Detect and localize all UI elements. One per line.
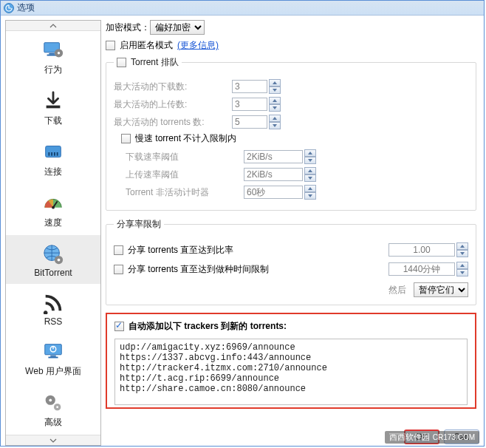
monitor-power-icon xyxy=(6,340,100,364)
svg-point-4 xyxy=(58,52,60,54)
sidebar-item-label: 速度 xyxy=(6,217,100,229)
monitor-gear-icon xyxy=(6,38,100,62)
svg-rect-6 xyxy=(46,146,61,157)
max-active-downloads-label: 最大活动的下载数: xyxy=(114,81,232,93)
spin-up-icon[interactable] xyxy=(304,185,316,192)
sidebar-item-label: Web 用户界面 xyxy=(6,365,100,378)
sidebar-item-downloads[interactable]: 下载 xyxy=(6,82,100,133)
encryption-label: 加密模式： xyxy=(106,21,150,34)
sidebar-scroll-down[interactable] xyxy=(6,435,100,445)
anonymous-more-info-link[interactable]: (更多信息) xyxy=(177,39,219,52)
sidebar-item-label: 连接 xyxy=(6,166,100,178)
max-active-uploads-input[interactable] xyxy=(232,98,267,111)
share-action-select[interactable]: 暂停它们删除它们 xyxy=(414,282,468,297)
watermark: 西西软件园 CR173.COM xyxy=(385,431,479,444)
app-logo-icon xyxy=(4,3,14,13)
titlebar: 选项 xyxy=(1,1,484,16)
spin-down-icon[interactable] xyxy=(456,269,468,276)
anonymous-mode-label: 启用匿名模式 xyxy=(120,39,173,52)
sidebar-item-behavior[interactable]: 行为 xyxy=(6,31,100,82)
spin-up-icon[interactable] xyxy=(456,242,468,250)
ul-threshold-spinner[interactable] xyxy=(244,167,316,182)
rss-icon xyxy=(6,291,100,315)
sidebar-item-label: BitTorrent xyxy=(6,268,100,278)
spin-down-icon[interactable] xyxy=(304,174,316,182)
auto-trackers-checkbox[interactable] xyxy=(114,322,124,331)
slow-excluded-checkbox[interactable] xyxy=(121,134,131,143)
auto-trackers-textarea[interactable] xyxy=(114,339,468,405)
dl-threshold-label: 下载速率阈值 xyxy=(126,151,244,163)
spin-down-icon[interactable] xyxy=(456,250,468,257)
spin-up-icon[interactable] xyxy=(269,97,281,104)
share-time-label: 分享 torrents 直至达到做种时间限制 xyxy=(128,264,269,274)
auto-trackers-box: 自动添加以下 trackers 到新的 torrents: xyxy=(106,313,476,409)
ul-threshold-input[interactable] xyxy=(244,168,303,181)
dl-threshold-input[interactable] xyxy=(244,150,303,163)
sidebar-item-speed[interactable]: 速度 xyxy=(6,184,100,235)
watermark-url: CR173.COM xyxy=(433,433,475,441)
sidebar-item-label: 行为 xyxy=(6,64,100,76)
sidebar-item-bittorrent[interactable]: BitTorrent xyxy=(6,235,100,284)
inactivity-timer-spinner[interactable] xyxy=(244,185,316,200)
queueing-enable-checkbox[interactable] xyxy=(117,58,126,67)
gears-icon xyxy=(6,391,100,415)
share-ratio-spinner[interactable] xyxy=(389,242,468,257)
sidebar-item-label: 高级 xyxy=(6,416,100,429)
svg-rect-5 xyxy=(47,106,61,109)
spin-up-icon[interactable] xyxy=(304,149,316,157)
then-label: 然后 xyxy=(389,284,406,296)
encryption-mode-select[interactable]: 偏好加密强制加密禁用加密 xyxy=(150,20,205,35)
dl-threshold-spinner[interactable] xyxy=(244,149,316,164)
max-active-torrents-input[interactable] xyxy=(232,115,267,129)
share-ratio-checkbox[interactable] xyxy=(114,245,123,255)
spin-up-icon[interactable] xyxy=(304,167,316,174)
share-ratio-input[interactable] xyxy=(389,243,455,257)
anonymous-mode-checkbox[interactable] xyxy=(106,41,115,50)
spin-down-icon[interactable] xyxy=(269,86,281,94)
sidebar-item-label: 下载 xyxy=(6,115,100,127)
sidebar-item-label: RSS xyxy=(6,316,100,327)
spin-up-icon[interactable] xyxy=(269,79,281,86)
queueing-fieldset: Torrent 排队 最大活动的下载数: 最大活动的上传数: 最大活动的 tor… xyxy=(106,56,476,211)
svg-rect-20 xyxy=(48,357,58,359)
spin-up-icon[interactable] xyxy=(456,262,468,269)
spin-down-icon[interactable] xyxy=(269,122,281,129)
sidebar-item-connection[interactable]: 连接 xyxy=(6,133,100,184)
download-icon xyxy=(6,89,100,113)
spin-up-icon[interactable] xyxy=(269,115,281,122)
encryption-row: 加密模式： 偏好加密强制加密禁用加密 xyxy=(106,20,481,35)
svg-rect-9 xyxy=(54,152,55,156)
sidebar-item-advanced[interactable]: 高级 xyxy=(6,384,100,435)
share-limit-fieldset: 分享率限制 分享 torrents 直至达到比率 分享 torrents 直至达… xyxy=(106,218,476,305)
share-time-checkbox[interactable] xyxy=(114,265,123,274)
inactivity-timer-label: Torrent 非活动计时器 xyxy=(126,186,244,199)
sidebar-scroll-up[interactable] xyxy=(6,21,100,31)
share-time-spinner[interactable] xyxy=(389,262,468,276)
svg-rect-19 xyxy=(50,356,56,357)
svg-rect-10 xyxy=(57,152,58,156)
max-active-uploads-spinner[interactable] xyxy=(232,97,281,112)
svg-point-12 xyxy=(52,206,55,209)
window-title: 选项 xyxy=(17,1,35,14)
spin-down-icon[interactable] xyxy=(304,192,316,200)
svg-point-22 xyxy=(49,398,52,401)
sidebar-item-webui[interactable]: Web 用户界面 xyxy=(6,333,100,384)
svg-rect-1 xyxy=(49,53,55,55)
share-time-input[interactable] xyxy=(389,262,455,276)
max-active-downloads-spinner[interactable] xyxy=(232,79,281,94)
max-active-downloads-input[interactable] xyxy=(232,80,267,93)
ethernet-icon xyxy=(6,140,100,164)
ul-threshold-label: 上传速率阈值 xyxy=(126,169,244,181)
spin-down-icon[interactable] xyxy=(304,157,316,164)
max-active-torrents-spinner[interactable] xyxy=(232,115,281,129)
inactivity-timer-input[interactable] xyxy=(244,186,303,199)
auto-trackers-label: 自动添加以下 trackers 到新的 torrents: xyxy=(129,320,287,333)
slow-excluded-label: 慢速 torrent 不计入限制内 xyxy=(135,132,236,145)
options-sidebar: 行为 下载 连接 速度 xyxy=(5,20,101,446)
spin-down-icon[interactable] xyxy=(269,104,281,112)
share-limit-legend: 分享率限制 xyxy=(114,218,164,231)
max-active-torrents-label: 最大活动的 torrents 数: xyxy=(114,116,232,129)
sidebar-item-rss[interactable]: RSS xyxy=(6,284,100,333)
queueing-legend: Torrent 排队 xyxy=(131,57,179,67)
anonymous-row: 启用匿名模式 (更多信息) xyxy=(106,39,481,52)
